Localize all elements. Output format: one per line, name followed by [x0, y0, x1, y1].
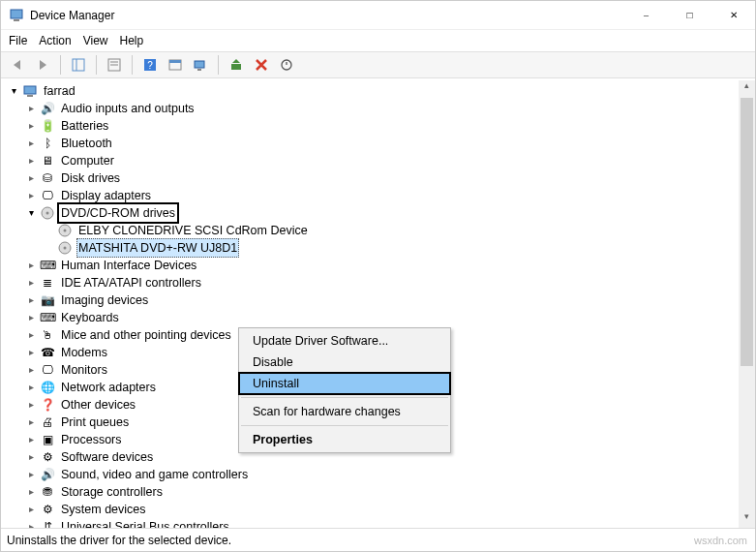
uninstall-button[interactable]	[251, 54, 272, 76]
device-category-icon: 📷	[40, 292, 55, 308]
category-item[interactable]: Bluetooth	[59, 135, 114, 152]
expand-arrow[interactable]: ▸	[24, 448, 38, 466]
expand-arrow[interactable]: ▸	[24, 309, 38, 326]
device-item[interactable]: ELBY CLONEDRIVE SCSI CdRom Device	[76, 222, 310, 239]
category-item[interactable]: System devices	[59, 501, 148, 518]
maximize-button[interactable]: □	[668, 1, 711, 29]
device-category-icon: 🖱	[40, 327, 55, 343]
category-item[interactable]: Other devices	[59, 396, 137, 414]
forward-button[interactable]	[32, 54, 53, 76]
device-category-icon: ᛒ	[40, 136, 55, 151]
category-item[interactable]: Display adapters	[59, 187, 153, 204]
close-button[interactable]: ✕	[711, 1, 755, 29]
status-bar: Uninstalls the driver for the selected d…	[1, 528, 755, 551]
svg-text:?: ?	[147, 60, 153, 71]
device-category-icon: 🔊	[40, 101, 55, 116]
category-item[interactable]: Modems	[59, 344, 109, 361]
category-item[interactable]: Batteries	[59, 117, 110, 135]
root-node[interactable]: farrad	[42, 82, 77, 100]
category-item[interactable]: Mice and other pointing devices	[59, 326, 233, 344]
show-hide-tree-button[interactable]	[68, 54, 89, 76]
category-item[interactable]: Human Interface Devices	[59, 257, 198, 274]
scan-button[interactable]	[190, 54, 211, 76]
device-category-icon: ⛃	[40, 484, 55, 500]
expand-arrow[interactable]: ▸	[24, 518, 38, 528]
ctx-update-driver[interactable]: Update Driver Software...	[239, 330, 450, 352]
expand-arrow[interactable]: ▸	[24, 344, 38, 361]
expand-arrow[interactable]: ▸	[24, 135, 38, 152]
category-item[interactable]: Computer	[59, 152, 116, 169]
svg-point-20	[64, 230, 67, 232]
expand-arrow[interactable]: ▸	[24, 187, 38, 204]
svg-rect-2	[73, 59, 84, 71]
category-item[interactable]: Imaging devices	[59, 291, 150, 309]
scroll-thumb[interactable]	[741, 98, 753, 366]
device-category-icon: 🖥	[40, 153, 55, 169]
expand-arrow[interactable]: ▸	[24, 257, 38, 274]
expand-arrow[interactable]: ▸	[24, 361, 38, 379]
action-button[interactable]	[165, 54, 186, 76]
ctx-separator	[241, 397, 448, 398]
scroll-up-icon[interactable]: ▴	[739, 80, 755, 97]
menu-help[interactable]: Help	[120, 34, 144, 47]
expand-arrow[interactable]: ▸	[24, 414, 38, 431]
expand-arrow[interactable]: ▸	[24, 326, 38, 344]
computer-icon	[22, 83, 38, 99]
update-driver-button[interactable]	[226, 54, 247, 76]
ctx-scan[interactable]: Scan for hardware changes	[239, 401, 450, 422]
expand-arrow[interactable]: ▸	[24, 466, 38, 483]
menu-file[interactable]: File	[9, 34, 27, 47]
expand-arrow[interactable]: ▸	[24, 396, 38, 414]
svg-rect-1	[14, 19, 19, 21]
category-item[interactable]: Universal Serial Bus controllers	[59, 518, 231, 528]
expand-arrow[interactable]: ▸	[24, 501, 38, 518]
category-item[interactable]: Disk drives	[59, 169, 122, 187]
device-item-selected[interactable]: MATSHITA DVD+-RW UJ8D1	[76, 238, 239, 258]
category-item[interactable]: Audio inputs and outputs	[59, 100, 197, 117]
device-category-icon: 🔊	[40, 467, 55, 482]
device-category-icon: ⇵	[40, 519, 55, 528]
expand-arrow[interactable]: ▾	[7, 82, 20, 100]
expand-arrow[interactable]: ▸	[24, 152, 38, 169]
ctx-uninstall[interactable]: Uninstall	[239, 373, 450, 394]
category-item[interactable]: Software devices	[59, 448, 155, 466]
disable-button[interactable]	[276, 54, 297, 76]
expand-arrow[interactable]: ▸	[24, 483, 38, 501]
ctx-properties[interactable]: Properties	[239, 429, 450, 450]
menu-action[interactable]: Action	[39, 34, 71, 47]
expand-arrow[interactable]: ▸	[24, 100, 38, 117]
vertical-scrollbar[interactable]: ▴ ▾	[739, 80, 755, 528]
status-text: Uninstalls the driver for the selected d…	[7, 534, 231, 547]
expand-arrow[interactable]: ▸	[24, 274, 38, 291]
category-item[interactable]: Monitors	[59, 361, 109, 379]
category-item[interactable]: Print queues	[59, 414, 131, 431]
svg-rect-10	[169, 60, 181, 63]
ctx-disable[interactable]: Disable	[239, 352, 450, 373]
device-category-icon: ⌨	[40, 310, 55, 325]
expand-arrow[interactable]: ▸	[24, 379, 38, 396]
category-item[interactable]: IDE ATA/ATAPI controllers	[59, 274, 203, 291]
category-item[interactable]: Keyboards	[59, 309, 121, 326]
category-item[interactable]: Processors	[59, 431, 124, 448]
expand-arrow[interactable]: ▸	[24, 169, 38, 187]
expand-arrow[interactable]: ▸	[24, 291, 38, 309]
scroll-down-icon[interactable]: ▾	[739, 511, 755, 528]
device-tree[interactable]: ▾ farrad ▸ 🔊 Audio inputs and outputs ▸ …	[1, 78, 755, 528]
expand-arrow[interactable]: ▾	[24, 204, 38, 222]
category-dvd[interactable]: DVD/CD-ROM drives	[59, 204, 177, 222]
menu-view[interactable]: View	[83, 34, 108, 47]
minimize-button[interactable]: –	[624, 1, 668, 29]
category-item[interactable]: Storage controllers	[59, 483, 165, 501]
svg-rect-13	[231, 64, 241, 70]
category-item[interactable]: Network adapters	[59, 379, 158, 396]
back-button[interactable]	[7, 54, 28, 76]
context-menu: Update Driver Software... Disable Uninst…	[238, 327, 451, 453]
properties-button[interactable]	[104, 54, 125, 76]
help-button[interactable]: ?	[139, 54, 161, 76]
expand-arrow[interactable]: ▸	[24, 117, 38, 135]
dvd-icon	[40, 205, 55, 221]
category-item[interactable]: Sound, video and game controllers	[59, 466, 250, 483]
svg-rect-15	[24, 86, 36, 94]
expand-arrow[interactable]: ▸	[24, 431, 38, 448]
window-title: Device Manager	[30, 9, 114, 22]
